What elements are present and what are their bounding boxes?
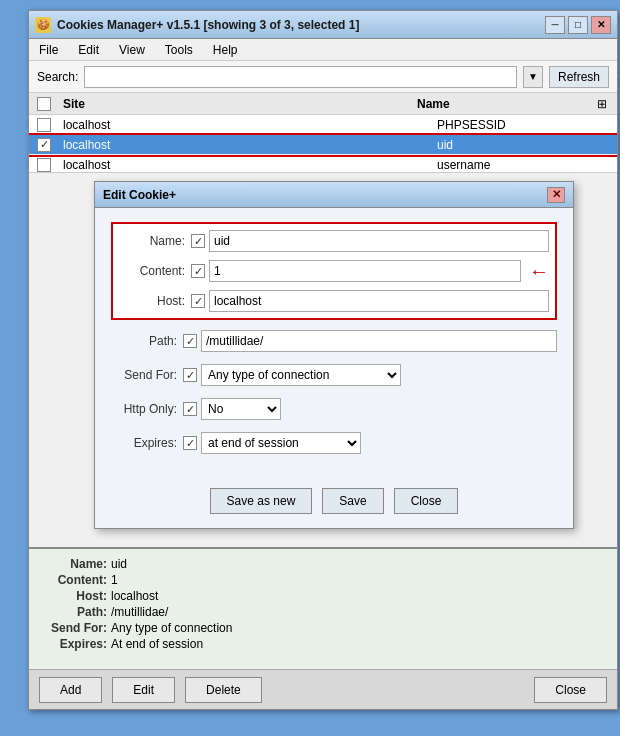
toolbar: Search: ▼ Refresh [29, 61, 617, 93]
search-label: Search: [37, 70, 78, 84]
minimize-button[interactable]: ─ [545, 16, 565, 34]
info-name-row: Name: uid [41, 557, 605, 571]
info-path-value: /mutillidae/ [111, 605, 168, 619]
menu-bar: File Edit View Tools Help [29, 39, 617, 61]
cell-site-2: localhost [59, 138, 437, 152]
expires-select[interactable]: at end of session custom date [201, 432, 361, 454]
info-expires-key: Expires: [41, 637, 111, 651]
send-for-field-row: Send For: Any type of connection Encrypt… [111, 362, 557, 388]
info-name-key: Name: [41, 557, 111, 571]
edit-cookie-dialog: Edit Cookie+ ✕ Name: Content: ← [94, 181, 574, 529]
main-window: 🍪 Cookies Manager+ v1.5.1 [showing 3 of … [28, 10, 618, 710]
content-input[interactable] [209, 260, 521, 282]
info-host-key: Host: [41, 589, 111, 603]
search-input[interactable] [84, 66, 517, 88]
save-button[interactable]: Save [322, 488, 383, 514]
path-input[interactable] [201, 330, 557, 352]
checkbox-row-1[interactable] [37, 118, 51, 132]
menu-edit[interactable]: Edit [74, 41, 103, 59]
content-field-checkbox[interactable] [191, 264, 205, 278]
http-only-field-row: Http Only: No Yes [111, 396, 557, 422]
maximize-button[interactable]: □ [568, 16, 588, 34]
site-column-header: Site [59, 97, 417, 111]
host-field-checkbox[interactable] [191, 294, 205, 308]
table-row[interactable]: localhost PHPSESSID [29, 115, 617, 135]
checkbox-row-3[interactable] [37, 158, 51, 172]
info-sendfor-row: Send For: Any type of connection [41, 621, 605, 635]
add-button[interactable]: Add [39, 677, 102, 703]
close-bottom-button[interactable]: Close [534, 677, 607, 703]
info-host-row: Host: localhost [41, 589, 605, 603]
info-expires-value: At end of session [111, 637, 203, 651]
table-header: Site Name ⊞ [29, 93, 617, 115]
content-field-row: Content: ← [119, 258, 549, 284]
cell-site-3: localhost [59, 158, 437, 172]
info-host-value: localhost [111, 589, 158, 603]
row-checkbox-3[interactable] [29, 158, 59, 172]
info-name-value: uid [111, 557, 127, 571]
bottom-action-bar: Add Edit Delete Close [29, 669, 617, 709]
dialog-close-button[interactable]: ✕ [547, 187, 565, 203]
highlighted-fields-group: Name: Content: ← Host: [111, 222, 557, 320]
expires-field-label: Expires: [111, 436, 183, 450]
close-window-button[interactable]: ✕ [591, 16, 611, 34]
delete-button[interactable]: Delete [185, 677, 262, 703]
expires-field-row: Expires: at end of session custom date [111, 430, 557, 456]
http-only-select[interactable]: No Yes [201, 398, 281, 420]
edit-button[interactable]: Edit [112, 677, 175, 703]
info-expires-row: Expires: At end of session [41, 637, 605, 651]
info-panel: Name: uid Content: 1 Host: localhost Pat… [29, 547, 617, 667]
host-field-row: Host: [119, 288, 549, 314]
expires-field-checkbox[interactable] [183, 436, 197, 450]
host-field-label: Host: [119, 294, 191, 308]
cell-name-1: PHPSESSID [437, 118, 617, 132]
cell-name-2: uid [437, 138, 617, 152]
title-bar: 🍪 Cookies Manager+ v1.5.1 [showing 3 of … [29, 11, 617, 39]
save-as-new-button[interactable]: Save as new [210, 488, 313, 514]
path-field-checkbox[interactable] [183, 334, 197, 348]
path-field-label: Path: [111, 334, 183, 348]
row-checkbox-2[interactable] [29, 138, 59, 152]
send-for-field-checkbox[interactable] [183, 368, 197, 382]
info-path-key: Path: [41, 605, 111, 619]
content-field-label: Content: [119, 264, 191, 278]
app-icon: 🍪 [35, 17, 51, 33]
dialog-close-action-button[interactable]: Close [394, 488, 459, 514]
table-row[interactable]: localhost uid [29, 135, 617, 155]
cookie-table: Site Name ⊞ localhost PHPSESSID localhos… [29, 93, 617, 173]
menu-view[interactable]: View [115, 41, 149, 59]
row-checkbox-1[interactable] [29, 118, 59, 132]
info-content-value: 1 [111, 573, 118, 587]
host-input[interactable] [209, 290, 549, 312]
name-input[interactable] [209, 230, 549, 252]
header-checkbox-col [29, 97, 59, 111]
refresh-button[interactable]: Refresh [549, 66, 609, 88]
table-row[interactable]: localhost username [29, 155, 617, 173]
info-content-row: Content: 1 [41, 573, 605, 587]
dialog-title-bar: Edit Cookie+ ✕ [95, 182, 573, 208]
cell-name-3: username [437, 158, 617, 172]
name-field-label: Name: [119, 234, 191, 248]
checkbox-row-2[interactable] [37, 138, 51, 152]
name-column-header: Name [417, 97, 597, 111]
http-only-field-checkbox[interactable] [183, 402, 197, 416]
info-path-row: Path: /mutillidae/ [41, 605, 605, 619]
select-all-checkbox[interactable] [37, 97, 51, 111]
info-sendfor-value: Any type of connection [111, 621, 232, 635]
menu-help[interactable]: Help [209, 41, 242, 59]
menu-file[interactable]: File [35, 41, 62, 59]
content-arrow-icon: ← [529, 260, 549, 283]
http-only-field-label: Http Only: [111, 402, 183, 416]
dialog-body: Name: Content: ← Host: [95, 208, 573, 478]
info-content-key: Content: [41, 573, 111, 587]
send-for-select[interactable]: Any type of connection Encrypted connect… [201, 364, 401, 386]
search-dropdown-button[interactable]: ▼ [523, 66, 543, 88]
info-sendfor-key: Send For: [41, 621, 111, 635]
window-controls: ─ □ ✕ [545, 16, 611, 34]
dialog-footer: Save as new Save Close [95, 478, 573, 528]
name-field-checkbox[interactable] [191, 234, 205, 248]
cell-site-1: localhost [59, 118, 437, 132]
dialog-title: Edit Cookie+ [103, 188, 547, 202]
table-action-icon: ⊞ [597, 97, 617, 111]
menu-tools[interactable]: Tools [161, 41, 197, 59]
